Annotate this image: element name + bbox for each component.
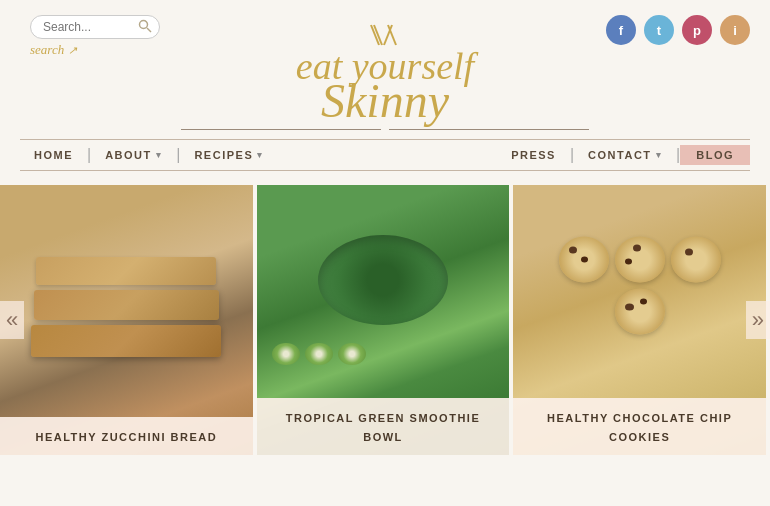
gallery-item-cookies[interactable]: HEALTHY CHOCOLATE CHIP COOKIES — [513, 185, 770, 455]
recipes-chevron-icon: ▾ — [257, 150, 264, 160]
nav-contact[interactable]: CONTACT ▾ — [574, 145, 676, 165]
site-title-line2: Skinny — [20, 77, 750, 125]
gallery-prev-button[interactable]: « — [0, 301, 24, 339]
gallery-item-zucchini[interactable]: HEALTHY ZUCCHINI BREAD — [0, 185, 257, 455]
header: search ↗ f t p i — [0, 0, 770, 185]
svg-line-5 — [384, 25, 392, 45]
nav-about-label: ABOUT — [105, 149, 152, 161]
gallery-next-button[interactable]: » — [746, 301, 770, 339]
deco-line-top — [45, 129, 725, 130]
nav-recipes[interactable]: RECIPES ▾ — [180, 145, 277, 165]
nav-contact-label: CONTACT — [588, 149, 651, 161]
site-title[interactable]: eat yourself Skinny — [20, 47, 750, 125]
nav-blog[interactable]: BLOG — [680, 145, 750, 165]
smoothie-caption-text: TROPICAL GREEN SMOOTHIE BOWL — [286, 412, 480, 442]
cookies-caption-text: HEALTHY CHOCOLATE CHIP COOKIES — [547, 412, 732, 442]
contact-chevron-icon: ▾ — [656, 150, 663, 160]
about-chevron-icon: ▾ — [156, 150, 163, 160]
page-wrapper: search ↗ f t p i — [0, 0, 770, 506]
zucchini-caption: HEALTHY ZUCCHINI BREAD — [0, 417, 253, 455]
zucchini-caption-text: HEALTHY ZUCCHINI BREAD — [35, 431, 217, 443]
zucchini-bread-image — [0, 185, 253, 455]
gallery: « HEALTHY ZUCCHINI BREAD — [0, 185, 770, 455]
gallery-item-smoothie[interactable]: TROPICAL GREEN SMOOTHIE BOWL — [257, 185, 514, 455]
cookies-caption: HEALTHY CHOCOLATE CHIP COOKIES — [513, 398, 766, 455]
smoothie-caption: TROPICAL GREEN SMOOTHIE BOWL — [257, 398, 510, 455]
nav-home[interactable]: HOME — [20, 145, 87, 165]
nav-about[interactable]: ABOUT ▾ — [91, 145, 176, 165]
svg-line-4 — [388, 25, 396, 45]
logo-area: eat yourself Skinny — [20, 10, 750, 139]
nav-press[interactable]: PRESS — [497, 145, 570, 165]
nav-recipes-label: RECIPES — [194, 149, 253, 161]
nav-bar: HOME | ABOUT ▾ | RECIPES ▾ PRESS | CONTA… — [20, 139, 750, 171]
